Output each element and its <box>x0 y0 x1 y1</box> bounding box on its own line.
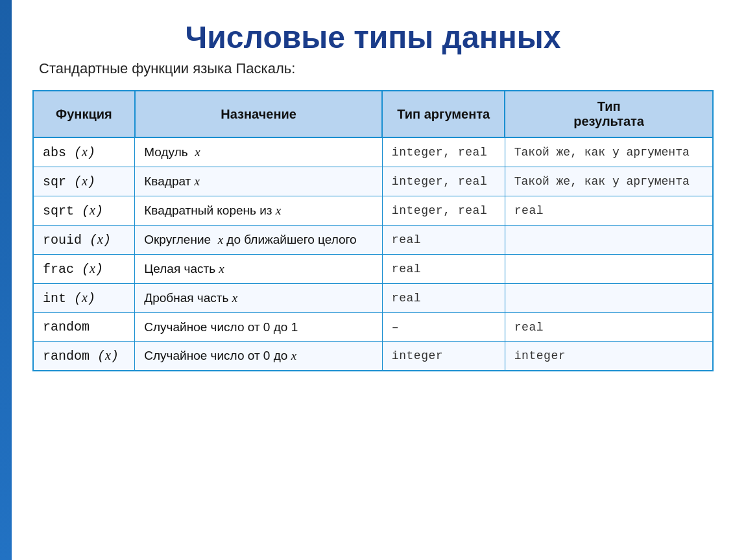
arg-type-cell: integer <box>382 342 505 371</box>
table-row: abs (x) Модуль x integer, real Такой же,… <box>33 137 713 167</box>
table-row: random Случайное число от 0 до 1 – real <box>33 313 713 342</box>
table-row: int (x) Дробная часть x real <box>33 284 713 313</box>
table-row: sqrt (x) Квадратный корень из x integer,… <box>33 196 713 226</box>
table-container: Функция Назначение Тип аргумента Типрезу… <box>26 90 720 371</box>
table-row: frac (x) Целая часть x real <box>33 255 713 284</box>
table-row: rouid (x) Округление x до ближайшего цел… <box>33 226 713 255</box>
col-header-arg-type: Тип аргумента <box>382 91 505 137</box>
left-accent-bar <box>0 0 12 560</box>
col-header-description: Назначение <box>135 91 383 137</box>
arg-type-cell: integer, real <box>382 137 505 167</box>
description-cell: Округление x до ближайшего целого <box>135 226 383 255</box>
table-header-row: Функция Назначение Тип аргумента Типрезу… <box>33 91 713 137</box>
function-cell: random <box>33 313 135 342</box>
function-cell: random (x) <box>33 342 135 371</box>
arg-type-cell: integer, real <box>382 167 505 196</box>
col-header-function: Функция <box>33 91 135 137</box>
arg-type-cell: integer, real <box>382 196 505 226</box>
arg-type-cell: real <box>382 226 505 255</box>
function-cell: rouid (x) <box>33 226 135 255</box>
table-row: sqr (x) Квадрат x integer, real Такой же… <box>33 167 713 196</box>
description-cell: Модуль x <box>135 137 383 167</box>
function-cell: abs (x) <box>33 137 135 167</box>
result-type-cell: integer <box>505 342 713 371</box>
result-type-cell: real <box>505 313 713 342</box>
result-type-cell <box>505 255 713 284</box>
function-cell: frac (x) <box>33 255 135 284</box>
description-cell: Квадрат x <box>135 167 383 196</box>
table-row: random (x) Случайное число от 0 до x int… <box>33 342 713 371</box>
result-type-cell: Такой же, как у аргумента <box>505 167 713 196</box>
description-cell: Квадратный корень из x <box>135 196 383 226</box>
function-cell: int (x) <box>33 284 135 313</box>
function-cell: sqrt (x) <box>33 196 135 226</box>
description-cell: Случайное число от 0 до 1 <box>135 313 383 342</box>
result-type-cell <box>505 226 713 255</box>
result-type-cell <box>505 284 713 313</box>
pascal-functions-table: Функция Назначение Тип аргумента Типрезу… <box>32 90 714 371</box>
description-cell: Целая часть x <box>135 255 383 284</box>
description-cell: Случайное число от 0 до x <box>135 342 383 371</box>
col-header-result-type: Типрезультата <box>505 91 713 137</box>
result-type-cell: real <box>505 196 713 226</box>
function-cell: sqr (x) <box>33 167 135 196</box>
arg-type-cell: real <box>382 284 505 313</box>
subtitle: Стандартные функции языка Паскаль: <box>26 60 720 77</box>
arg-type-cell: – <box>382 313 505 342</box>
description-cell: Дробная часть x <box>135 284 383 313</box>
result-type-cell: Такой же, как у аргумента <box>505 137 713 167</box>
arg-type-cell: real <box>382 255 505 284</box>
page-title: Числовые типы данных <box>186 19 561 55</box>
